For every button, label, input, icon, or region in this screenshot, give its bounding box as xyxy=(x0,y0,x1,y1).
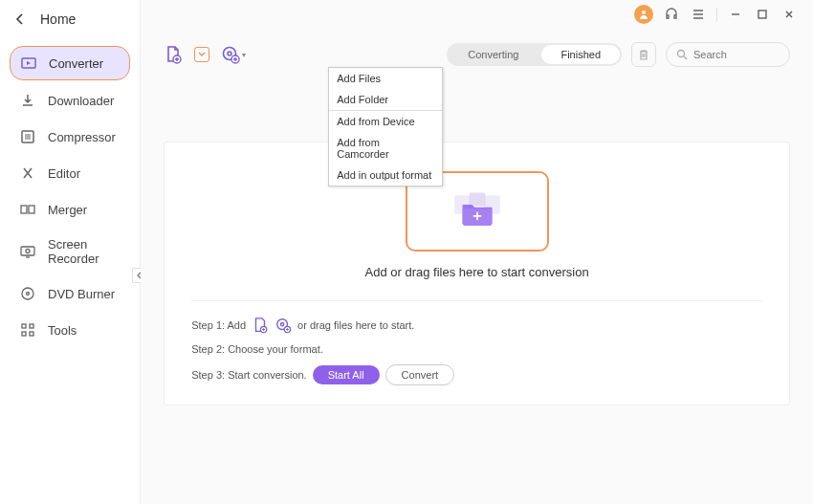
menu-item-add-in-output-format[interactable]: Add in output format xyxy=(329,164,442,186)
dvd-burner-icon xyxy=(19,285,36,302)
sidebar: Home Converter Downloader Compressor xyxy=(0,0,141,504)
svg-rect-21 xyxy=(469,192,485,206)
home-label: Home xyxy=(40,11,76,27)
search-box[interactable] xyxy=(666,42,790,67)
convert-button[interactable]: Convert xyxy=(385,364,455,385)
steps: Step 1: Add or drag files here to start.… xyxy=(191,300,762,385)
main-area: ▾ Converting Finished A xyxy=(141,0,813,504)
avatar[interactable] xyxy=(634,5,653,24)
tab-converting[interactable]: Converting xyxy=(447,43,539,66)
sidebar-item-label: Tools xyxy=(48,323,77,338)
sidebar-item-editor[interactable]: Editor xyxy=(10,157,130,189)
sidebar-item-downloader[interactable]: Downloader xyxy=(10,84,130,117)
converter-icon xyxy=(20,55,37,72)
chevron-down-icon: ▾ xyxy=(242,51,246,59)
headset-icon[interactable] xyxy=(663,6,680,23)
minimize-button[interactable] xyxy=(727,6,744,23)
step1-suffix: or drag files here to start. xyxy=(297,319,414,331)
search-input[interactable] xyxy=(693,49,780,60)
svg-point-7 xyxy=(27,293,30,296)
toolbar: ▾ Converting Finished xyxy=(141,29,813,75)
step1-prefix: Step 1: Add xyxy=(191,319,246,331)
add-file-dropdown-button[interactable] xyxy=(194,47,209,62)
svg-rect-8 xyxy=(22,324,26,328)
sidebar-list: Converter Downloader Compressor Editor xyxy=(0,38,140,354)
menu-item-add-folder[interactable]: Add Folder xyxy=(329,89,442,110)
step3-text: Step 3: Start conversion. xyxy=(191,369,306,381)
add-disc-button[interactable]: ▾ xyxy=(221,45,246,64)
drop-text: Add or drag files here to start conversi… xyxy=(365,265,589,279)
editor-icon xyxy=(19,164,36,182)
sidebar-item-compressor[interactable]: Compressor xyxy=(10,121,130,153)
svg-point-16 xyxy=(228,52,231,55)
svg-point-18 xyxy=(678,51,685,57)
svg-rect-11 xyxy=(30,332,33,336)
svg-rect-13 xyxy=(758,11,766,18)
add-file-button[interactable] xyxy=(164,45,183,64)
menu-item-add-from-device[interactable]: Add from Device xyxy=(329,111,442,132)
menu-item-add-from-camcorder[interactable]: Add from Camcorder xyxy=(329,132,442,164)
separator xyxy=(716,8,717,21)
downloader-icon xyxy=(19,92,36,109)
screen-recorder-icon xyxy=(19,243,36,260)
svg-point-12 xyxy=(642,11,646,14)
add-file-dropdown-menu: Add Files Add Folder Add from Device Add… xyxy=(328,67,443,186)
sidebar-item-label: Screen Recorder xyxy=(48,237,121,266)
back-button[interactable] xyxy=(15,12,25,26)
sidebar-item-label: DVD Burner xyxy=(48,287,115,301)
svg-point-5 xyxy=(26,250,30,253)
sidebar-header: Home xyxy=(0,0,140,38)
svg-rect-2 xyxy=(21,206,27,213)
action-group: ▾ xyxy=(164,45,246,64)
menu-icon[interactable] xyxy=(690,6,707,23)
svg-rect-4 xyxy=(21,247,34,255)
tools-icon xyxy=(19,321,36,339)
svg-point-6 xyxy=(22,288,33,299)
sidebar-item-screen-recorder[interactable]: Screen Recorder xyxy=(10,230,130,274)
trash-button[interactable] xyxy=(631,42,656,67)
svg-point-24 xyxy=(281,322,284,325)
merger-icon xyxy=(19,201,36,218)
sidebar-item-label: Compressor xyxy=(48,130,116,144)
content-panel: Add or drag files here to start conversi… xyxy=(164,142,790,405)
close-button[interactable] xyxy=(780,6,798,23)
right-tools xyxy=(631,42,790,67)
svg-rect-10 xyxy=(22,332,26,336)
folder-icon xyxy=(450,190,504,232)
compressor-icon xyxy=(19,128,36,145)
tab-finished[interactable]: Finished xyxy=(541,45,620,64)
svg-rect-3 xyxy=(29,206,34,213)
tab-switch: Converting Finished xyxy=(447,43,622,66)
start-all-button[interactable]: Start All xyxy=(313,365,380,384)
sidebar-item-label: Merger xyxy=(48,203,87,217)
maximize-button[interactable] xyxy=(754,6,771,23)
search-icon xyxy=(676,49,688,60)
menu-item-add-files[interactable]: Add Files xyxy=(329,68,442,89)
sidebar-item-converter[interactable]: Converter xyxy=(10,46,130,80)
sidebar-item-label: Converter xyxy=(49,56,103,71)
sidebar-item-merger[interactable]: Merger xyxy=(10,193,130,226)
add-file-icon xyxy=(252,317,269,334)
step-1: Step 1: Add or drag files here to start. xyxy=(191,317,762,334)
titlebar xyxy=(141,0,813,29)
sidebar-item-label: Downloader xyxy=(48,94,114,108)
step-2: Step 2: Choose your format. xyxy=(191,343,762,355)
sidebar-item-dvd-burner[interactable]: DVD Burner xyxy=(10,277,130,310)
step-3: Step 3: Start conversion. Start All Conv… xyxy=(191,364,762,385)
svg-rect-9 xyxy=(30,324,33,328)
sidebar-item-tools[interactable]: Tools xyxy=(10,314,130,346)
sidebar-item-label: Editor xyxy=(48,166,80,181)
add-disc-icon xyxy=(275,317,292,334)
